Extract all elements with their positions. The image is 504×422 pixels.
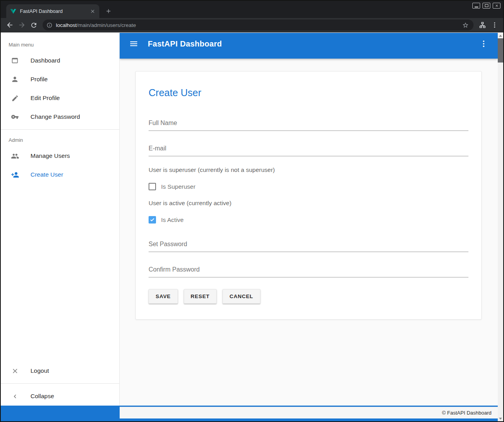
url-text: localhost/main/admin/users/create <box>56 22 461 28</box>
full-name-input[interactable] <box>149 117 468 131</box>
app-bar-title: FastAPI Dashboard <box>148 39 222 48</box>
sidebar-section-admin: Admin <box>1 133 119 147</box>
copyright-text: © FastAPI Dashboard <box>442 410 491 416</box>
browser-toolbar: localhost/main/admin/users/create <box>1 18 503 32</box>
active-hint: User is active (currently active) <box>149 200 468 207</box>
sidebar-item-create-user[interactable]: Create User <box>1 165 119 184</box>
superuser-checkbox-label[interactable]: Is Superuser <box>161 183 196 190</box>
app-bar: FastAPI Dashboard <box>120 33 498 59</box>
app-footer: © FastAPI Dashboard <box>1 406 498 421</box>
set-password-input[interactable] <box>149 238 468 252</box>
browser-window: FastAPI Dashboard <box>0 0 504 422</box>
email-input[interactable] <box>149 143 468 156</box>
key-icon <box>10 112 20 122</box>
people-icon <box>10 151 20 161</box>
confirm-password-input[interactable] <box>149 264 468 277</box>
sidebar: Main menu Dashboard Profile Edit Profile <box>1 33 120 406</box>
sidebar-item-label: Manage Users <box>30 152 70 159</box>
site-info-icon[interactable] <box>47 22 52 28</box>
sidebar-item-profile[interactable]: Profile <box>1 70 119 89</box>
sidebar-item-label: Logout <box>30 367 49 374</box>
sidebar-item-label: Profile <box>30 76 48 83</box>
content-area: Create User User is superuser (currently… <box>120 59 498 320</box>
bookmark-star-icon[interactable] <box>461 21 470 29</box>
confirm-password-field <box>149 264 468 277</box>
sidebar-item-manage-users[interactable]: Manage Users <box>1 147 119 165</box>
tab-title: FastAPI Dashboard <box>20 9 89 14</box>
sidebar-spacer <box>1 184 119 361</box>
tab-close-icon[interactable] <box>89 8 96 15</box>
pencil-icon <box>10 93 20 103</box>
sidebar-item-label: Dashboard <box>30 57 60 64</box>
sidebar-section-main-menu: Main menu <box>1 38 119 51</box>
active-checkbox[interactable] <box>149 216 156 224</box>
hamburger-menu-icon[interactable] <box>125 35 142 52</box>
reset-button[interactable]: RESET <box>184 289 217 304</box>
address-bar[interactable]: localhost/main/admin/users/create <box>43 20 474 30</box>
browser-titlebar: FastAPI Dashboard <box>1 1 503 18</box>
sidebar-item-label: Create User <box>30 171 63 178</box>
person-icon <box>10 75 20 84</box>
sitemap-icon[interactable] <box>477 20 488 31</box>
sidebar-item-label: Change Password <box>30 113 80 120</box>
superuser-checkbox[interactable] <box>149 183 156 190</box>
scrollbar-thumb[interactable] <box>498 38 503 63</box>
scrollbar-up-button[interactable] <box>498 33 503 38</box>
scrollbar-down-button[interactable] <box>498 416 503 421</box>
vuetify-favicon <box>10 8 16 14</box>
page-scrollbar[interactable] <box>498 33 503 421</box>
browser-tab[interactable]: FastAPI Dashboard <box>6 4 99 18</box>
sidebar-item-change-password[interactable]: Change Password <box>1 107 119 126</box>
reload-button[interactable] <box>28 20 39 31</box>
sidebar-divider <box>1 383 119 384</box>
sidebar-item-logout[interactable]: Logout <box>1 361 119 380</box>
new-tab-button[interactable] <box>104 7 113 15</box>
sidebar-item-label: Collapse <box>30 393 54 400</box>
active-checkbox-row[interactable]: Is Active <box>149 216 468 224</box>
sidebar-item-collapse[interactable]: Collapse <box>1 387 119 406</box>
superuser-hint: User is superuser (currently is not a su… <box>149 166 468 173</box>
sidebar-divider <box>1 129 119 130</box>
superuser-checkbox-row[interactable]: Is Superuser <box>149 183 468 190</box>
dashboard-icon <box>10 56 20 65</box>
close-icon <box>10 366 20 376</box>
person-add-icon <box>10 170 20 179</box>
create-user-card: Create User User is superuser (currently… <box>135 71 482 320</box>
forward-button[interactable] <box>16 20 27 31</box>
active-checkbox-label[interactable]: Is Active <box>161 216 184 224</box>
browser-menu-icon[interactable] <box>489 20 500 31</box>
app-menu-dots-icon[interactable] <box>475 35 492 52</box>
set-password-field <box>149 238 468 252</box>
form-buttons: SAVE RESET CANCEL <box>149 289 468 304</box>
sidebar-item-label: Edit Profile <box>30 95 60 102</box>
chevron-left-icon <box>10 392 20 401</box>
window-controls <box>472 3 500 9</box>
window-maximize-button[interactable] <box>482 3 490 9</box>
full-name-field <box>149 117 468 131</box>
page-title: Create User <box>149 87 468 98</box>
form-gap <box>149 234 468 238</box>
sidebar-item-edit-profile[interactable]: Edit Profile <box>1 89 119 107</box>
copyright-bar: © FastAPI Dashboard <box>120 407 498 418</box>
sidebar-item-dashboard[interactable]: Dashboard <box>1 51 119 70</box>
back-button[interactable] <box>4 20 15 31</box>
window-minimize-button[interactable] <box>472 3 480 9</box>
save-button[interactable]: SAVE <box>149 289 178 304</box>
main-area: FastAPI Dashboard Create User User is s <box>120 33 498 406</box>
email-field <box>149 143 468 156</box>
cancel-button[interactable]: CANCEL <box>222 289 260 304</box>
page: Main menu Dashboard Profile Edit Profile <box>1 33 503 421</box>
window-close-button[interactable] <box>493 3 500 9</box>
